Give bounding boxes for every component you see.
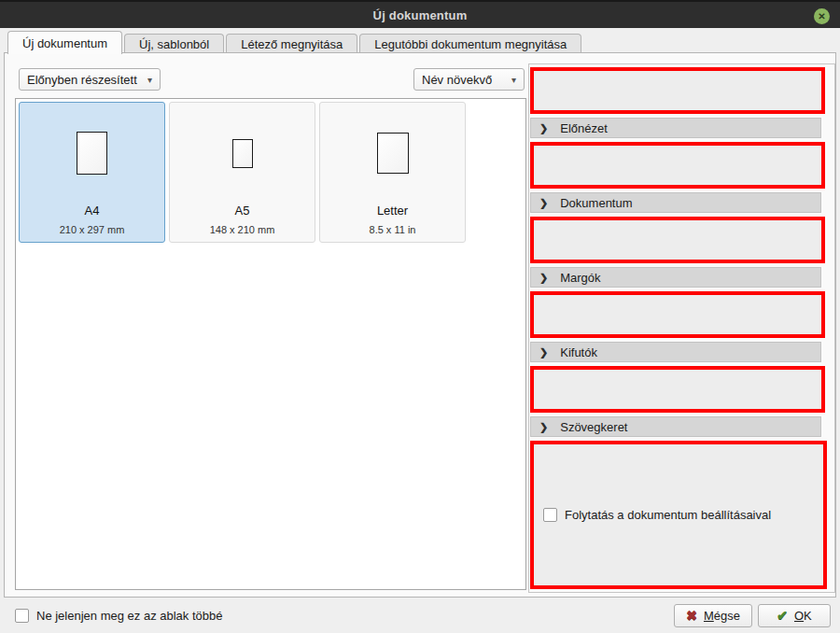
tab-label: Új dokumentum [22,36,107,50]
page-size-card-a5[interactable]: A5 148 x 210 mm [169,102,315,243]
chevron-right-icon: ❯ [539,272,548,284]
close-button[interactable]: ✕ [814,8,830,24]
section-label: Dokumentum [560,196,632,210]
ok-button[interactable]: ✔ OK [758,604,831,627]
tab-open-existing[interactable]: Létező megnyitása [226,34,357,53]
dialog-buttons: ✖ Mégse ✔ OK [674,604,831,627]
section-header-textframe[interactable]: ❯ Szövegkeret [530,416,821,437]
highlight-region-bleeds [530,291,825,338]
page-size-dimensions: 148 x 210 mm [170,224,315,235]
section-label: Kifutók [560,345,597,359]
tab-new-from-template[interactable]: Új, sablonból [124,34,224,53]
window-title: Új dokumentum [373,8,468,22]
page-size-name: A5 [170,204,315,218]
chevron-right-icon: ❯ [539,197,548,209]
page-size-dimensions: 8.5 x 11 in [320,224,465,235]
page-size-list: A4 210 x 297 mm A5 148 x 210 mm Letter 8… [15,98,526,590]
dont-show-again-checkbox[interactable]: Ne jelenjen meg ez az ablak többé [15,609,222,623]
highlight-region-options: Folytatás a dokumentum beállításaival [530,441,827,589]
cancel-x-icon: ✖ [686,608,697,623]
page-size-dimensions: 210 x 297 mm [20,224,164,235]
continue-with-settings-label: Folytatás a dokumentum beállításaival [565,508,771,522]
chevron-right-icon: ❯ [539,122,548,134]
continue-with-settings-checkbox[interactable]: Folytatás a dokumentum beállításaival [543,508,771,522]
new-document-pane: Előnyben részesített ▾ Név növekvő ▾ A4 … [4,52,836,598]
chevron-down-icon: ▾ [147,75,152,85]
page-size-name: Letter [320,204,465,218]
section-label: Előnézet [560,121,608,135]
section-label: Margók [560,271,600,285]
sort-dropdown-value: Név növekvő [422,73,492,87]
page-thumbnail-icon [232,139,253,168]
sort-dropdown[interactable]: Név növekvő ▾ [413,68,525,91]
tab-label: Legutóbbi dokumentum megnyitása [374,37,567,51]
section-header-margins[interactable]: ❯ Margók [530,267,821,288]
checkbox-icon[interactable] [15,609,29,623]
chevron-down-icon: ▾ [511,75,516,85]
footer-bar: Ne jelenjen meg ez az ablak többé ✖ Mégs… [0,598,840,633]
tab-open-recent[interactable]: Legutóbbi dokumentum megnyitása [359,34,581,53]
highlight-region-margins [530,217,825,263]
ok-button-label: OK [794,609,812,623]
checkbox-icon[interactable] [543,508,557,522]
cancel-button-label: Mégse [704,609,740,623]
tab-bar: Új dokumentum Új, sablonból Létező megny… [4,28,836,53]
close-icon: ✕ [818,12,825,21]
section-header-document[interactable]: ❯ Dokumentum [530,192,821,213]
page-size-card-a4[interactable]: A4 210 x 297 mm [19,102,165,243]
section-header-preview[interactable]: ❯ Előnézet [530,118,821,138]
highlight-region-textframe [530,366,825,413]
category-dropdown-value: Előnyben részesített [27,73,137,87]
page-thumbnail-icon [77,132,107,175]
section-header-bleeds[interactable]: ❯ Kifutók [530,342,821,362]
page-thumbnail-icon [377,133,409,174]
cancel-button[interactable]: ✖ Mégse [674,604,752,627]
page-size-name: A4 [20,204,164,218]
chevron-right-icon: ❯ [539,346,548,359]
dont-show-again-label: Ne jelenjen meg ez az ablak többé [36,609,222,623]
page-thumbnail-wrap [20,103,164,204]
category-dropdown[interactable]: Előnyben részesített ▾ [19,68,161,91]
page-size-card-letter[interactable]: Letter 8.5 x 11 in [319,102,466,243]
ok-check-icon: ✔ [777,608,788,623]
tab-label: Létező megnyitása [241,37,343,51]
page-thumbnail-wrap [320,103,465,204]
settings-scroll-area: ❯ Előnézet ❯ Dokumentum ❯ Margók ❯ Kifut… [528,63,835,593]
highlight-region-preview [530,67,825,114]
chevron-right-icon: ❯ [539,421,548,433]
page-thumbnail-wrap [170,103,315,204]
titlebar: Új dokumentum ✕ [0,0,840,28]
section-label: Szövegkeret [560,420,627,434]
highlight-region-document [530,142,825,189]
tab-label: Új, sablonból [139,37,209,51]
tab-new-document[interactable]: Új dokumentum [7,31,122,54]
